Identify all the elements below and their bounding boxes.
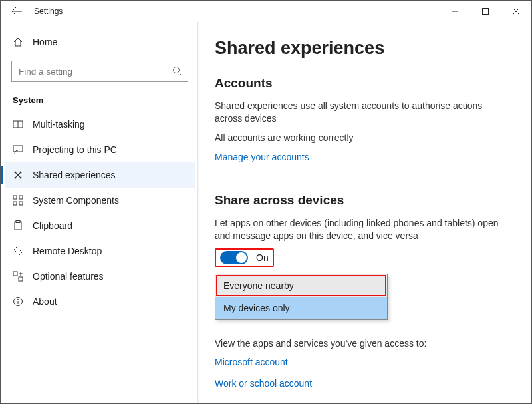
- svg-rect-20: [19, 277, 23, 281]
- highlight-toggle: On: [215, 248, 274, 267]
- sidebar-item-label: System Components: [33, 195, 119, 206]
- sidebar-item-system-components[interactable]: System Components: [5, 188, 195, 213]
- access-description: View the apps and services you've given …: [215, 337, 511, 350]
- share-toggle-label: On: [256, 252, 269, 263]
- remote-desktop-icon: [13, 246, 23, 256]
- app-title: Settings: [34, 7, 63, 16]
- svg-rect-14: [19, 196, 23, 199]
- svg-point-25: [17, 299, 19, 300]
- titlebar: Settings: [1, 1, 531, 22]
- home-label: Home: [33, 37, 57, 47]
- maximize-button[interactable]: [470, 1, 501, 22]
- svg-rect-18: [16, 221, 20, 223]
- sidebar-item-clipboard[interactable]: Clipboard: [5, 213, 195, 238]
- svg-rect-19: [13, 272, 17, 276]
- close-button[interactable]: [501, 1, 531, 22]
- manage-accounts-link[interactable]: Manage your accounts: [215, 152, 309, 162]
- settings-window: Settings Home: [0, 0, 532, 404]
- microsoft-account-link[interactable]: Microsoft account: [215, 357, 511, 367]
- about-icon: [13, 296, 23, 307]
- accounts-heading: Accounts: [215, 76, 511, 91]
- sidebar-item-label: Multi-tasking: [33, 119, 85, 130]
- sidebar-item-multitasking[interactable]: Multi-tasking: [5, 112, 195, 137]
- nav-list: Multi-tasking Projecting to this PC Shar…: [5, 112, 195, 314]
- sidebar-item-label: Projecting to this PC: [33, 144, 117, 155]
- system-components-icon: [13, 195, 23, 206]
- svg-rect-16: [19, 202, 23, 205]
- minimize-button[interactable]: [440, 1, 470, 22]
- home-icon: [13, 37, 23, 47]
- page-title: Shared experiences: [215, 38, 511, 59]
- sidebar-item-label: Optional features: [33, 271, 104, 282]
- share-scope-dropdown[interactable]: Everyone nearby My devices only: [215, 274, 388, 320]
- search-input[interactable]: [11, 61, 188, 82]
- sidebar-item-label: Remote Desktop: [33, 246, 102, 256]
- sidebar-item-projecting[interactable]: Projecting to this PC: [5, 137, 195, 162]
- svg-rect-1: [483, 9, 489, 15]
- toggle-knob: [236, 252, 247, 263]
- dropdown-option-my-devices-only[interactable]: My devices only: [215, 297, 387, 319]
- share-heading: Share across devices: [215, 193, 511, 208]
- projecting-icon: [13, 144, 23, 155]
- sidebar-item-label: Shared experiences: [33, 170, 116, 180]
- category-title: System: [5, 93, 195, 112]
- share-toggle-row: On: [215, 248, 511, 267]
- content-area: Shared experiences Accounts Shared exper…: [199, 22, 531, 403]
- dropdown-option-everyone-nearby[interactable]: Everyone nearby: [215, 274, 387, 297]
- accounts-description: Shared experiences use all system accoun…: [215, 100, 511, 125]
- clipboard-icon: [13, 220, 23, 231]
- svg-rect-8: [13, 146, 23, 152]
- home-button[interactable]: Home: [5, 31, 195, 53]
- sidebar-item-label: About: [33, 296, 57, 307]
- sidebar-item-shared-experiences[interactable]: Shared experiences: [5, 162, 195, 188]
- dropdown-option-label: Everyone nearby: [223, 280, 294, 291]
- share-description: Let apps on other devices (including lin…: [215, 217, 511, 242]
- sidebar-item-optional-features[interactable]: Optional features: [5, 264, 195, 289]
- sidebar-item-label: Clipboard: [33, 220, 72, 231]
- sidebar-item-remote-desktop[interactable]: Remote Desktop: [5, 238, 195, 264]
- optional-features-icon: [13, 271, 23, 282]
- sidebar: Home System Multi-tasking Projecting to …: [1, 22, 199, 403]
- svg-rect-13: [13, 196, 17, 199]
- work-school-account-link[interactable]: Work or school account: [215, 378, 511, 389]
- multitasking-icon: [13, 119, 23, 130]
- sidebar-item-about[interactable]: About: [5, 289, 195, 314]
- dropdown-option-label: My devices only: [223, 303, 290, 313]
- svg-rect-15: [13, 202, 17, 205]
- search-box: [11, 61, 188, 82]
- shared-experiences-icon: [13, 170, 23, 180]
- back-button[interactable]: [11, 7, 22, 16]
- accounts-status: All accounts are working correctly: [215, 132, 511, 144]
- share-toggle[interactable]: [220, 251, 248, 264]
